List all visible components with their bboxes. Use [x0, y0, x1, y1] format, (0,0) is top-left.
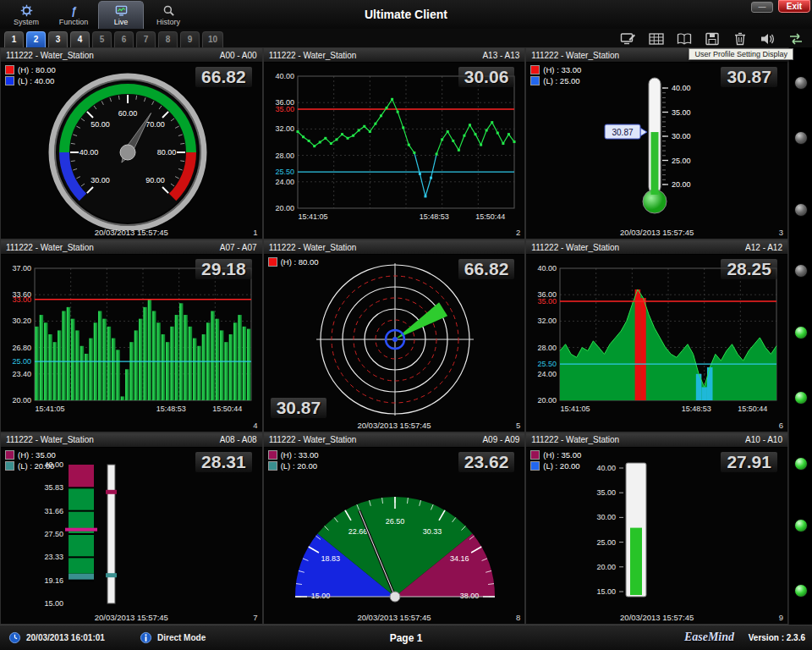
title-bar: System ƒ Function Live History Ultimate …	[0, 0, 812, 29]
status-led-6	[794, 391, 808, 405]
semicircle-gauge-chart: 15.0018.8322.6626.5030.3334.1638.00	[264, 453, 526, 615]
svg-text:15.00: 15.00	[597, 587, 617, 596]
svg-text:20.00: 20.00	[275, 204, 294, 212]
svg-text:25.00: 25.00	[672, 157, 691, 165]
svg-text:15:50:44: 15:50:44	[212, 405, 242, 413]
swap-button[interactable]	[785, 30, 807, 47]
current-value: 66.82	[195, 67, 252, 87]
legend-swatch	[268, 450, 277, 460]
svg-text:26.80: 26.80	[12, 344, 31, 352]
page-tab-3[interactable]: 3	[48, 31, 68, 47]
svg-text:40.00: 40.00	[597, 464, 617, 472]
panel-a09[interactable]: 111222 - Water_Station A09 - A09 15.0018…	[263, 432, 526, 625]
svg-text:25.00: 25.00	[597, 537, 617, 546]
legend-label: (H) : 80.00	[18, 65, 56, 74]
exit-button[interactable]: Exit	[778, 0, 810, 13]
panel-a08[interactable]: 111222 - Water_Station A08 - A08 40.0035…	[0, 432, 263, 625]
panel-title: 111222 - Water_Station	[531, 435, 619, 444]
legend-label: (L) : 20.00	[18, 461, 54, 471]
page-tab-4[interactable]: 4	[70, 31, 90, 47]
page-tab-5[interactable]: 5	[92, 31, 112, 47]
page-tab-9[interactable]: 9	[180, 31, 200, 47]
svg-text:35.00: 35.00	[538, 297, 557, 306]
panel-title: 111222 - Water_Station	[531, 51, 619, 60]
svg-text:15:50:44: 15:50:44	[475, 212, 505, 221]
svg-text:32.00: 32.00	[538, 317, 557, 326]
user-profile-button[interactable]	[673, 30, 695, 47]
legend-label: (H) : 80.00	[281, 257, 319, 267]
panel-title: 111222 - Water_Station	[269, 51, 357, 60]
legend: (H) : 35.00 (L) : 20.00	[530, 450, 581, 472]
svg-text:25.50: 25.50	[275, 168, 294, 176]
svg-text:35.00: 35.00	[275, 105, 294, 113]
svg-text:26.50: 26.50	[385, 517, 404, 526]
panel-title: 111222 - Water_Station	[269, 435, 357, 444]
svg-text:18.83: 18.83	[321, 554, 340, 563]
panel-a12[interactable]: 111222 - Water_Station A12 - A12 40.0036…	[525, 240, 788, 432]
legend-swatch	[268, 461, 277, 471]
table-icon	[648, 32, 665, 46]
panel-a00[interactable]: 111222 - Water_Station A00 - A00 30.0040…	[0, 47, 263, 240]
function-icon: ƒ	[68, 4, 80, 17]
svg-text:90.00: 90.00	[145, 176, 165, 185]
svg-text:30.20: 30.20	[12, 317, 31, 326]
live-monitor-icon	[115, 4, 128, 17]
status-led-4	[794, 264, 808, 278]
page-tab-8[interactable]: 8	[158, 31, 178, 47]
legend-swatch	[5, 76, 14, 85]
legend-swatch	[5, 65, 14, 74]
svg-text:31.66: 31.66	[44, 506, 63, 515]
svg-text:15:50:44: 15:50:44	[738, 405, 768, 413]
page-tab-7[interactable]: 7	[136, 31, 156, 47]
tab-live[interactable]: Live	[98, 1, 144, 29]
tab-function[interactable]: ƒ Function	[51, 1, 96, 29]
svg-text:15.00: 15.00	[44, 599, 63, 608]
sound-button[interactable]	[757, 30, 779, 47]
status-led-3	[794, 203, 808, 217]
svg-text:30.00: 30.00	[91, 176, 110, 185]
table-view-button[interactable]	[645, 30, 667, 47]
svg-text:20.00: 20.00	[672, 180, 691, 189]
panel-grid: 111222 - Water_Station A00 - A00 30.0040…	[0, 47, 788, 625]
delete-button[interactable]	[729, 30, 751, 47]
panel-radar[interactable]: 111222 - Water_Station (H) : 80.00 66.82…	[263, 240, 526, 432]
app-window: System ƒ Function Live History Ultimate …	[0, 0, 812, 650]
panel-tag: A08 - A08	[220, 435, 257, 444]
panel-a13[interactable]: 111222 - Water_Station A13 - A13 40.0036…	[263, 47, 526, 240]
tab-function-label: Function	[59, 18, 89, 26]
panel-timestamp: 20/03/2013 15:57:45	[264, 613, 525, 622]
page-tab-10[interactable]: 10	[202, 31, 223, 47]
profile-display-button[interactable]	[617, 30, 639, 47]
svg-text:70.00: 70.00	[145, 120, 165, 129]
svg-text:80.00: 80.00	[157, 148, 177, 157]
save-button[interactable]	[701, 30, 723, 47]
gear-icon	[20, 4, 33, 17]
tab-system[interactable]: System	[3, 1, 49, 29]
svg-text:40.00: 40.00	[538, 264, 557, 273]
panel-title: 111222 - Water_Station	[531, 243, 619, 252]
panel-number: 2	[516, 228, 520, 237]
panel-title: 111222 - Water_Station	[269, 243, 357, 252]
svg-text:15:41:05: 15:41:05	[35, 405, 64, 413]
page-tab-1[interactable]: 1	[4, 31, 24, 47]
legend: (H) : 33.00 (L) : 25.00	[530, 65, 581, 87]
panel-timestamp: 20/03/2013 15:57:45	[264, 421, 525, 430]
panel-a10[interactable]: 111222 - Water_Station A10 - A10 40.0035…	[525, 432, 788, 625]
current-value: 28.25	[721, 259, 777, 279]
status-led-9	[794, 584, 808, 598]
tooltip: User Profile Setting Display	[689, 48, 793, 60]
panel-tag: A10 - A10	[745, 435, 782, 444]
panel-thermometer[interactable]: 111222 - Water_Station 40.0035.0030.0025…	[525, 47, 788, 240]
minimize-button[interactable]: —	[751, 2, 773, 13]
legend-swatch	[530, 461, 540, 471]
level-meter-chart: 40.0035.0030.0025.0020.0015.00	[526, 453, 788, 615]
panel-tag: A12 - A12	[745, 243, 782, 252]
svg-text:30.87: 30.87	[612, 128, 634, 137]
page-tab-6[interactable]: 6	[114, 31, 134, 47]
status-led-8	[794, 519, 808, 532]
legend-label: (H) : 35.00	[543, 450, 581, 460]
panel-a07[interactable]: 111222 - Water_Station A07 - A07 37.0033…	[0, 240, 263, 432]
panel-number: 9	[779, 613, 783, 622]
page-tab-2[interactable]: 2	[26, 31, 46, 47]
panel-tag: A07 - A07	[220, 243, 257, 252]
